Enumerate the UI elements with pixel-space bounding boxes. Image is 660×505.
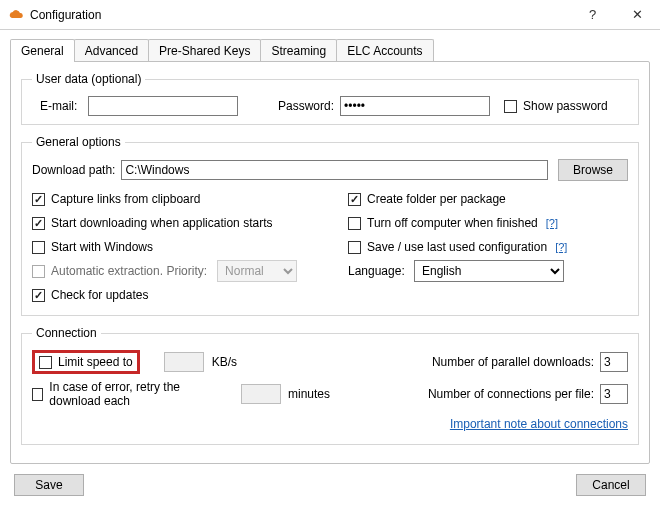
retry-label: In case of error, retry the download eac…: [49, 380, 231, 408]
priority-select[interactable]: Normal: [217, 260, 297, 282]
tab-bar: General Advanced Pre-Shared Keys Streami…: [10, 38, 650, 61]
folder-per-package-label: Create folder per package: [367, 192, 506, 206]
start-windows-checkbox[interactable]: Start with Windows: [32, 240, 153, 254]
check-updates-checkbox[interactable]: Check for updates: [32, 288, 148, 302]
save-button[interactable]: Save: [14, 474, 84, 496]
auto-extract-label: Automatic extraction. Priority:: [51, 264, 207, 278]
connections-per-file-input[interactable]: [600, 384, 628, 404]
checkbox-icon: [348, 217, 361, 230]
tab-elc[interactable]: ELC Accounts: [336, 39, 433, 62]
poweroff-checkbox[interactable]: Turn off computer when finished: [348, 216, 538, 230]
tab-advanced[interactable]: Advanced: [74, 39, 149, 62]
tab-general[interactable]: General: [10, 39, 75, 62]
limit-speed-label: Limit speed to: [58, 355, 133, 369]
checkbox-icon: [39, 356, 52, 369]
connections-note-link[interactable]: Important note about connections: [450, 417, 628, 431]
kbs-label: KB/s: [212, 355, 237, 369]
poweroff-label: Turn off computer when finished: [367, 216, 538, 230]
password-input[interactable]: [340, 96, 490, 116]
autostart-label: Start downloading when application start…: [51, 216, 272, 230]
limit-speed-checkbox[interactable]: Limit speed to: [39, 355, 133, 369]
autostart-checkbox[interactable]: Start downloading when application start…: [32, 216, 272, 230]
password-label: Password:: [278, 99, 334, 113]
checkbox-icon: [504, 100, 517, 113]
checkbox-icon: [348, 193, 361, 206]
connection-legend: Connection: [32, 326, 101, 340]
userdata-group: User data (optional) E-mail: Password: S…: [21, 72, 639, 125]
reuse-config-label: Save / use last used configuration: [367, 240, 547, 254]
reuse-config-checkbox[interactable]: Save / use last used configuration: [348, 240, 547, 254]
general-options-group: General options Download path: Browse Ca…: [21, 135, 639, 316]
language-select[interactable]: English: [414, 260, 564, 282]
retry-checkbox[interactable]: In case of error, retry the download eac…: [32, 380, 231, 408]
check-updates-label: Check for updates: [51, 288, 148, 302]
tab-streaming[interactable]: Streaming: [260, 39, 337, 62]
checkbox-icon: [32, 388, 43, 401]
connection-group: Connection Limit speed to KB/s: [21, 326, 639, 445]
userdata-legend: User data (optional): [32, 72, 145, 86]
help-link-poweroff[interactable]: [?]: [546, 217, 558, 229]
download-path-label: Download path:: [32, 163, 115, 177]
dialog-footer: Save Cancel: [0, 465, 660, 505]
capture-clipboard-checkbox[interactable]: Capture links from clipboard: [32, 192, 200, 206]
window-title: Configuration: [30, 8, 101, 22]
checkbox-icon: [32, 193, 45, 206]
parallel-downloads-input[interactable]: [600, 352, 628, 372]
checkbox-icon: [32, 289, 45, 302]
language-label: Language:: [348, 264, 408, 278]
email-input[interactable]: [88, 96, 238, 116]
capture-clipboard-label: Capture links from clipboard: [51, 192, 200, 206]
checkbox-icon: [32, 265, 45, 278]
limit-speed-input[interactable]: [164, 352, 204, 372]
browse-button[interactable]: Browse: [558, 159, 628, 181]
tab-preshared[interactable]: Pre-Shared Keys: [148, 39, 261, 62]
retry-minutes-input[interactable]: [241, 384, 281, 404]
app-icon: [8, 7, 24, 23]
close-button[interactable]: ✕: [615, 0, 660, 30]
show-password-checkbox[interactable]: Show password: [504, 99, 608, 113]
email-label: E-mail:: [32, 99, 82, 113]
limit-speed-highlight: Limit speed to: [32, 350, 140, 374]
auto-extract-checkbox[interactable]: Automatic extraction. Priority:: [32, 264, 207, 278]
start-windows-label: Start with Windows: [51, 240, 153, 254]
cancel-button[interactable]: Cancel: [576, 474, 646, 496]
show-password-label: Show password: [523, 99, 608, 113]
minutes-label: minutes: [288, 387, 330, 401]
tab-panel-general: User data (optional) E-mail: Password: S…: [10, 61, 650, 464]
checkbox-icon: [348, 241, 361, 254]
general-options-legend: General options: [32, 135, 125, 149]
help-link-reuse[interactable]: [?]: [555, 241, 567, 253]
help-button[interactable]: ?: [570, 0, 615, 30]
folder-per-package-checkbox[interactable]: Create folder per package: [348, 192, 506, 206]
checkbox-icon: [32, 217, 45, 230]
titlebar: Configuration ? ✕: [0, 0, 660, 30]
checkbox-icon: [32, 241, 45, 254]
connections-per-file-label: Number of connections per file:: [428, 387, 594, 401]
download-path-input[interactable]: [121, 160, 548, 180]
parallel-downloads-label: Number of parallel downloads:: [432, 355, 594, 369]
